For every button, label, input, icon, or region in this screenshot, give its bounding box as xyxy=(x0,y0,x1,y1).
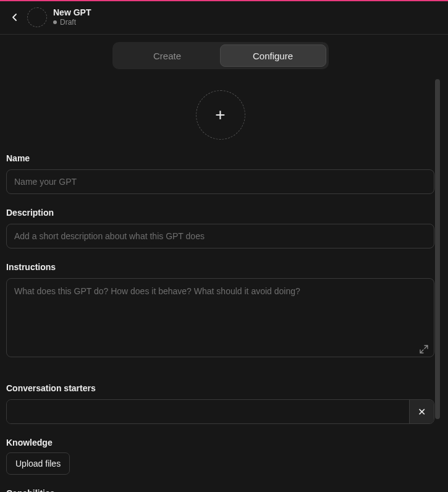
page-title: New GPT xyxy=(53,7,91,18)
name-label: Name xyxy=(6,153,434,163)
back-button[interactable] xyxy=(5,7,25,27)
main-area: Create Configure + Name Description Inst… xyxy=(0,35,441,492)
chevron-left-icon xyxy=(10,12,20,22)
status-label: Draft xyxy=(60,18,76,27)
header-bar: New GPT Draft xyxy=(0,0,448,35)
tab-bar: Create Configure xyxy=(112,42,329,69)
top-accent-line xyxy=(0,0,448,1)
instructions-label: Instructions xyxy=(6,262,434,272)
status-row: Draft xyxy=(53,18,91,27)
configure-form: + Name Description Instructions Conversa… xyxy=(0,90,441,492)
tab-create[interactable]: Create xyxy=(115,45,220,67)
description-label: Description xyxy=(6,208,434,218)
tab-configure[interactable]: Configure xyxy=(220,45,326,67)
knowledge-label: Knowledge xyxy=(6,438,434,447)
starter-row: ✕ xyxy=(6,399,434,424)
status-dot-icon xyxy=(53,20,57,24)
description-input[interactable] xyxy=(6,224,434,248)
avatar-upload-button[interactable]: + xyxy=(196,90,245,140)
upload-files-button[interactable]: Upload files xyxy=(6,452,70,475)
instructions-input[interactable] xyxy=(6,278,434,357)
starter-remove-button[interactable]: ✕ xyxy=(409,400,434,423)
starter-input[interactable] xyxy=(7,400,409,423)
capabilities-label: Capabilities xyxy=(6,488,434,492)
header-title-block: New GPT Draft xyxy=(53,7,91,27)
plus-icon: + xyxy=(215,105,225,125)
close-icon: ✕ xyxy=(418,406,426,418)
instructions-wrapper xyxy=(6,278,434,360)
starters-label: Conversation starters xyxy=(6,383,434,393)
name-input[interactable] xyxy=(6,169,434,194)
scrollbar-thumb[interactable] xyxy=(435,79,440,419)
expand-icon[interactable] xyxy=(420,345,428,354)
gpt-avatar-placeholder xyxy=(27,7,47,27)
